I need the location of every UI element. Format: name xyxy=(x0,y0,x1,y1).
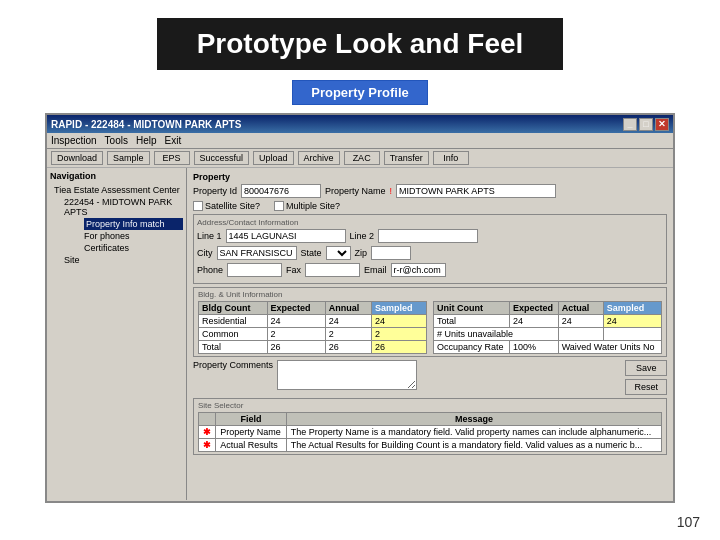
comments-textarea[interactable] xyxy=(277,360,417,390)
minimize-button[interactable]: _ xyxy=(623,118,637,131)
bldg-expected-common: 2 xyxy=(267,328,325,341)
th-unit-actual: Actual xyxy=(558,302,603,315)
toolbar-upload[interactable]: Upload xyxy=(253,151,294,165)
nav-root[interactable]: Tiea Estate Assessment Center xyxy=(54,184,183,196)
application-window: RAPID - 222484 - MIDTOWN PARK APTS _ □ ✕… xyxy=(45,113,675,503)
th-error-icon xyxy=(199,413,216,426)
toolbar-info[interactable]: Info xyxy=(433,151,469,165)
slide-subtitle: Property Profile xyxy=(292,80,428,105)
zip-input[interactable] xyxy=(371,246,411,260)
multiple-site-checkbox[interactable] xyxy=(274,201,284,211)
error-row: ✱ Property Name The Property Name is a m… xyxy=(199,426,662,439)
bldg-type-common: Common xyxy=(199,328,268,341)
comments-label: Property Comments xyxy=(193,360,273,370)
email-input[interactable] xyxy=(391,263,446,277)
satellite-site-group: Satellite Site? xyxy=(193,201,260,211)
nav-tree: Tiea Estate Assessment Center 222454 - M… xyxy=(50,184,183,266)
bldg-annual-residential: 24 xyxy=(325,315,371,328)
window-controls: _ □ ✕ xyxy=(623,118,669,131)
nav-certificates[interactable]: Certificates xyxy=(84,242,183,254)
bldg-tables: Bldg Count Expected Annual Sampled Resid… xyxy=(198,301,662,354)
property-name-input[interactable] xyxy=(396,184,556,198)
nav-for-phones[interactable]: For phones xyxy=(84,230,183,242)
fax-input[interactable] xyxy=(305,263,360,277)
error-field-2: Actual Results xyxy=(216,439,287,452)
toolbar-archive[interactable]: Archive xyxy=(298,151,340,165)
line1-input[interactable] xyxy=(226,229,346,243)
content-panel: Property Property Id Property Name ! Sat… xyxy=(187,168,673,500)
toolbar-sample[interactable]: Sample xyxy=(107,151,150,165)
bldg-annual-common: 2 xyxy=(325,328,371,341)
city-input[interactable] xyxy=(217,246,297,260)
th-error-message: Message xyxy=(286,413,661,426)
satellite-site-checkbox[interactable] xyxy=(193,201,203,211)
table-row: Residential 24 24 24 xyxy=(199,315,427,328)
close-button[interactable]: ✕ xyxy=(655,118,669,131)
menu-tools[interactable]: Tools xyxy=(105,135,128,146)
satellite-row: Satellite Site? Multiple Site? xyxy=(193,201,667,211)
unit-expected-total: 24 xyxy=(510,315,559,328)
th-bldg-expected: Expected xyxy=(267,302,325,315)
th-unit-sampled: Sampled xyxy=(603,302,661,315)
property-id-row: Property Id Property Name ! xyxy=(193,184,667,198)
nav-property-info[interactable]: Property Info match xyxy=(84,218,183,230)
state-label: State xyxy=(301,248,322,258)
bldg-unit-section: Bldg. & Unit Information Bldg Count Expe… xyxy=(193,287,667,357)
line1-label: Line 1 xyxy=(197,231,222,241)
property-id-input[interactable] xyxy=(241,184,321,198)
unit-count-table: Unit Count Expected Actual Sampled Total xyxy=(433,301,662,354)
save-button[interactable]: Save xyxy=(625,360,667,376)
city-row: City State CA Zip xyxy=(197,246,663,260)
site-selector-label: Site Selector xyxy=(198,401,662,410)
state-select[interactable]: CA xyxy=(326,246,351,260)
unit-unavailable-label: # Units unavailable xyxy=(434,328,559,341)
window-titlebar: RAPID - 222484 - MIDTOWN PARK APTS _ □ ✕ xyxy=(47,115,673,133)
th-bldg-count: Bldg Count xyxy=(199,302,268,315)
page-number: 107 xyxy=(677,514,700,530)
fax-label: Fax xyxy=(286,265,301,275)
line2-input[interactable] xyxy=(378,229,478,243)
property-id-label: Property Id xyxy=(193,186,237,196)
unit-unavailable-val xyxy=(558,328,603,341)
th-unit-count: Unit Count xyxy=(434,302,510,315)
menu-help[interactable]: Help xyxy=(136,135,157,146)
property-name-label: Property Name xyxy=(325,186,386,196)
satellite-site-label: Satellite Site? xyxy=(205,201,260,211)
menu-exit[interactable]: Exit xyxy=(165,135,182,146)
th-bldg-annual: Annual xyxy=(325,302,371,315)
nav-child1[interactable]: 222454 - MIDTOWN PARK APTS xyxy=(64,196,183,218)
zip-label: Zip xyxy=(355,248,368,258)
bldg-sampled-total: 26 xyxy=(371,341,426,354)
maximize-button[interactable]: □ xyxy=(639,118,653,131)
navigation-panel: Navigation Tiea Estate Assessment Center… xyxy=(47,168,187,500)
multiple-site-label: Multiple Site? xyxy=(286,201,340,211)
error-icon-1: ✱ xyxy=(199,426,216,439)
th-error-field: Field xyxy=(216,413,287,426)
error-message-1: The Property Name is a mandatory field. … xyxy=(286,426,661,439)
menubar: Inspection Tools Help Exit xyxy=(47,133,673,149)
address-line1-row: Line 1 Line 2 xyxy=(197,229,663,243)
nav-site[interactable]: Site xyxy=(64,254,183,266)
main-area: Navigation Tiea Estate Assessment Center… xyxy=(47,168,673,500)
bldg-section-label: Bldg. & Unit Information xyxy=(198,290,662,299)
bldg-type-total: Total xyxy=(199,341,268,354)
th-unit-expected: Expected xyxy=(510,302,559,315)
phone-label: Phone xyxy=(197,265,223,275)
toolbar-download[interactable]: Download xyxy=(51,151,103,165)
toolbar-zac[interactable]: ZAC xyxy=(344,151,380,165)
bldg-type-residential: Residential xyxy=(199,315,268,328)
reset-button[interactable]: Reset xyxy=(625,379,667,395)
address-section: Address/Contact Information Line 1 Line … xyxy=(193,214,667,284)
toolbar: Download Sample EPS Successful Upload Ar… xyxy=(47,149,673,168)
toolbar-eps[interactable]: EPS xyxy=(154,151,190,165)
th-bldg-sampled: Sampled xyxy=(371,302,426,315)
toolbar-transfer[interactable]: Transfer xyxy=(384,151,429,165)
required-icon: ! xyxy=(390,186,393,196)
line2-label: Line 2 xyxy=(350,231,375,241)
waived-units: Waived Water Units No xyxy=(558,341,661,354)
error-icon-2: ✱ xyxy=(199,439,216,452)
toolbar-successful[interactable]: Successful xyxy=(194,151,250,165)
table-row: Total 26 26 26 xyxy=(199,341,427,354)
menu-inspection[interactable]: Inspection xyxy=(51,135,97,146)
phone-input[interactable] xyxy=(227,263,282,277)
